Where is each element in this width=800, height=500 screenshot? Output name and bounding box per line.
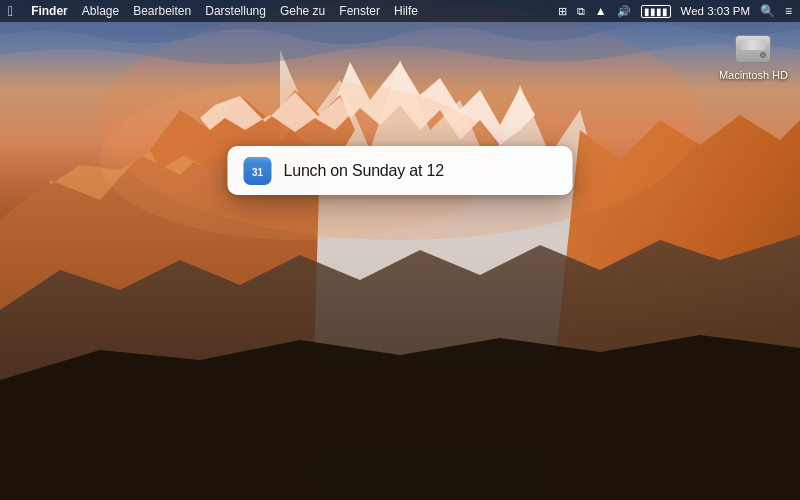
datetime-label[interactable]: Wed 3:03 PM: [681, 5, 750, 17]
macintosh-hd-label: Macintosh HD: [719, 69, 788, 81]
menubar-left:  Finder Ablage Bearbeiten Darstellung G…: [8, 3, 418, 19]
desktop-background: [0, 0, 800, 500]
volume-icon[interactable]: 🔊: [617, 5, 631, 18]
hdd-stripe: [740, 40, 766, 50]
app-name-label[interactable]: Finder: [31, 4, 68, 18]
menubar-right: ⊞ ⧉ ▲ 🔊 ▮▮▮▮ Wed 3:03 PM 🔍 ≡: [558, 4, 792, 18]
menubar-fenster[interactable]: Fenster: [339, 4, 380, 18]
hdd-body: [735, 35, 771, 63]
menubar-darstellung[interactable]: Darstellung: [205, 4, 266, 18]
calendar-app-icon: 31: [244, 157, 272, 185]
macintosh-hd-icon[interactable]: Macintosh HD: [719, 35, 788, 81]
hdd-circle: [760, 52, 766, 58]
menubar-gehe-zu[interactable]: Gehe zu: [280, 4, 325, 18]
siri-icon[interactable]: ≡: [785, 4, 792, 18]
menubar:  Finder Ablage Bearbeiten Darstellung G…: [0, 0, 800, 22]
apple-menu-icon[interactable]: : [8, 3, 13, 19]
notification-icon[interactable]: ⧉: [577, 5, 585, 18]
battery-icon[interactable]: ▮▮▮▮: [641, 5, 671, 18]
menubar-bearbeiten[interactable]: Bearbeiten: [133, 4, 191, 18]
hdd-graphic: [735, 35, 771, 65]
wifi-icon[interactable]: ▲: [595, 4, 607, 18]
menubar-ablage[interactable]: Ablage: [82, 4, 119, 18]
search-icon[interactable]: 🔍: [760, 4, 775, 18]
spotlight-suggestion-bar[interactable]: 31 Lunch on Sunday at 12: [228, 146, 573, 195]
spotlight-suggestion-text: Lunch on Sunday at 12: [284, 162, 444, 180]
calendar-date-number: 31: [252, 167, 263, 178]
grid-icon[interactable]: ⊞: [558, 5, 567, 18]
menubar-hilfe[interactable]: Hilfe: [394, 4, 418, 18]
desktop:  Finder Ablage Bearbeiten Darstellung G…: [0, 0, 800, 500]
